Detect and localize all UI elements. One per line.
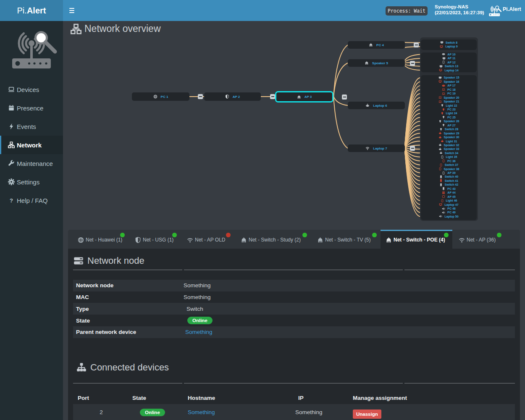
dome-icon bbox=[297, 95, 301, 99]
leaf-device[interactable]: PC 25 bbox=[421, 116, 477, 119]
hostname-link[interactable]: Something bbox=[188, 409, 215, 415]
collapse-node-button[interactable] bbox=[342, 94, 347, 100]
eye-icon bbox=[442, 84, 445, 87]
sidebar-item-network[interactable]: Network bbox=[0, 136, 63, 154]
top-navbar: Pi.Alert Process: Wait Synology-NAS (22/… bbox=[0, 0, 525, 21]
volume-icon bbox=[442, 211, 445, 214]
leaf-device[interactable]: Speaker 16 bbox=[421, 80, 477, 84]
leaf-device[interactable]: AP 39 bbox=[421, 171, 477, 175]
collapse-node-button[interactable] bbox=[270, 94, 275, 99]
leaf-group: Speaker 15Speaker 16AP 17PC 18PC 19Speak… bbox=[421, 75, 477, 220]
leaf-device-label: PC 18 bbox=[447, 88, 455, 91]
network-node-laptop-7[interactable]: Laptop 7 bbox=[348, 144, 405, 152]
network-node-speaker-5[interactable]: Speaker 5 bbox=[348, 59, 405, 67]
leaf-device[interactable]: AP 27 bbox=[421, 123, 477, 127]
sidebar-item-presence[interactable]: Presence bbox=[0, 99, 63, 117]
leaf-device[interactable]: Laptop 50 bbox=[421, 215, 477, 218]
unassign-button[interactable]: Unassign bbox=[353, 410, 381, 419]
leaf-device-label: Speaker 15 bbox=[444, 76, 459, 79]
laptop-o-icon bbox=[438, 100, 442, 103]
sidebar-item-maintenance[interactable]: Maintenance bbox=[0, 154, 63, 173]
leaf-device[interactable]: Light 31 bbox=[421, 139, 477, 143]
leaf-device[interactable]: Light 35 bbox=[421, 155, 477, 159]
leaf-device-label: AP 27 bbox=[447, 124, 455, 127]
leaf-device[interactable]: PC 19 bbox=[421, 92, 477, 95]
node-label: AP 2 bbox=[233, 95, 240, 99]
leaf-device-label: AP 12 bbox=[447, 61, 455, 64]
leaf-device[interactable]: Speaker 26 bbox=[421, 119, 477, 123]
leaf-device[interactable]: PC 49 bbox=[421, 210, 477, 214]
tab-net-switch-tv-5[interactable]: Net - Switch - TV (5) bbox=[311, 230, 381, 249]
leaf-device[interactable]: AP 10 bbox=[421, 52, 477, 56]
leaf-device[interactable]: Speaker 32 bbox=[421, 143, 477, 147]
network-node-ap-3[interactable]: AP 3 bbox=[275, 91, 333, 102]
leaf-device[interactable]: Speaker 21 bbox=[421, 100, 477, 103]
leaf-device[interactable]: Light 22 bbox=[421, 103, 477, 107]
tab-net-ap-36[interactable]: Net - AP (36) bbox=[452, 230, 505, 249]
sidebar-item-label: Events bbox=[17, 123, 36, 130]
node-label: PC 1 bbox=[161, 95, 168, 99]
status-dot-green bbox=[120, 233, 125, 237]
manage-cell: Unassign bbox=[349, 406, 515, 419]
sidebar-item-help-faq[interactable]: ?Help / FAQ bbox=[0, 191, 63, 210]
leaf-device-label: Laptop 9 bbox=[445, 45, 457, 48]
tab-label: Net - Switch - Study (2) bbox=[249, 237, 301, 243]
tab-net-switch-study-2[interactable]: Net - Switch - Study (2) bbox=[234, 230, 311, 249]
leaf-device[interactable]: Switch 34 bbox=[421, 151, 477, 155]
leaf-device[interactable]: Speaker 38 bbox=[421, 167, 477, 171]
tv-icon bbox=[439, 203, 442, 206]
collapse-node-button[interactable] bbox=[410, 146, 415, 151]
network-node-pc-1[interactable]: PC 1 bbox=[132, 92, 189, 101]
leaf-device[interactable]: Speaker 20 bbox=[421, 96, 477, 100]
leaf-device[interactable]: AP 17 bbox=[421, 84, 477, 87]
leaf-device[interactable]: AP 11 bbox=[421, 56, 477, 60]
leaf-device[interactable]: PC 18 bbox=[421, 88, 477, 92]
leaf-device[interactable]: Switch 41 bbox=[421, 179, 477, 183]
leaf-device[interactable]: Laptop 47 bbox=[421, 202, 477, 206]
leaf-device[interactable]: Speaker 15 bbox=[421, 76, 477, 79]
gear-icon bbox=[8, 178, 15, 185]
collapse-node-button[interactable] bbox=[198, 94, 203, 99]
tab-net-switch-poe-4[interactable]: Net - Switch - POE (4) bbox=[381, 230, 452, 249]
tv-icon bbox=[440, 45, 443, 48]
section-title: Network node bbox=[87, 255, 144, 266]
tab-net-ap-old[interactable]: Net - AP OLD bbox=[181, 230, 234, 249]
leaf-device[interactable]: PC 23 bbox=[421, 108, 477, 111]
sidebar-item-settings[interactable]: Settings bbox=[0, 173, 63, 191]
leaf-device[interactable]: Switch 13 bbox=[421, 64, 477, 68]
leaf-device[interactable]: AP 45 bbox=[421, 195, 477, 199]
leaf-device[interactable]: Switch 28 bbox=[421, 127, 477, 131]
laptop-o-icon bbox=[442, 92, 445, 95]
leaf-device[interactable]: Speaker 33 bbox=[421, 147, 477, 151]
collapse-node-button[interactable] bbox=[410, 61, 415, 66]
leaf-device[interactable]: AP 12 bbox=[421, 60, 477, 64]
leaf-device[interactable]: PC 36 bbox=[421, 159, 477, 163]
sidebar-item-events[interactable]: Events bbox=[0, 117, 63, 136]
leaf-device[interactable]: Switch 37 bbox=[421, 163, 477, 167]
network-node-laptop-6[interactable]: Laptop 6 bbox=[348, 102, 405, 109]
network-node-ap-2[interactable]: AP 2 bbox=[204, 92, 261, 101]
leaf-device[interactable]: AP 44 bbox=[421, 191, 477, 194]
network-node-pc-4[interactable]: PC 4 bbox=[348, 41, 405, 49]
leaf-device[interactable]: PC 48 bbox=[421, 207, 477, 210]
leaf-device[interactable]: Laptop 14 bbox=[421, 68, 477, 72]
tab-net-huawei-1[interactable]: Net - Huawei (1) bbox=[71, 230, 129, 249]
leaf-device[interactable]: Light 46 bbox=[421, 199, 477, 202]
leaf-device[interactable]: Light 24 bbox=[421, 111, 477, 115]
sidebar-item-devices[interactable]: Devices bbox=[0, 80, 63, 99]
leaf-device[interactable]: Switch 8 bbox=[421, 41, 477, 45]
column-header: Port bbox=[73, 395, 129, 401]
detail-row: MACSomething bbox=[73, 291, 515, 303]
leaf-device[interactable]: Laptop 9 bbox=[421, 45, 477, 48]
leaf-device[interactable]: Speaker 30 bbox=[421, 135, 477, 139]
collapse-node-button[interactable] bbox=[414, 42, 419, 47]
tab-label: Net - USG (1) bbox=[143, 237, 173, 243]
leaf-device[interactable]: Switch 42 bbox=[421, 183, 477, 186]
leaf-device[interactable]: Switch 40 bbox=[421, 175, 477, 178]
leaf-device[interactable]: PC 43 bbox=[421, 187, 477, 191]
bolt-icon bbox=[8, 123, 15, 130]
leaf-device[interactable]: Speaker 29 bbox=[421, 131, 477, 135]
tab-net-usg-1[interactable]: Net - USG (1) bbox=[129, 230, 181, 249]
parent-device-link[interactable]: Something bbox=[185, 329, 213, 335]
sidebar-item-label: Presence bbox=[17, 105, 43, 112]
